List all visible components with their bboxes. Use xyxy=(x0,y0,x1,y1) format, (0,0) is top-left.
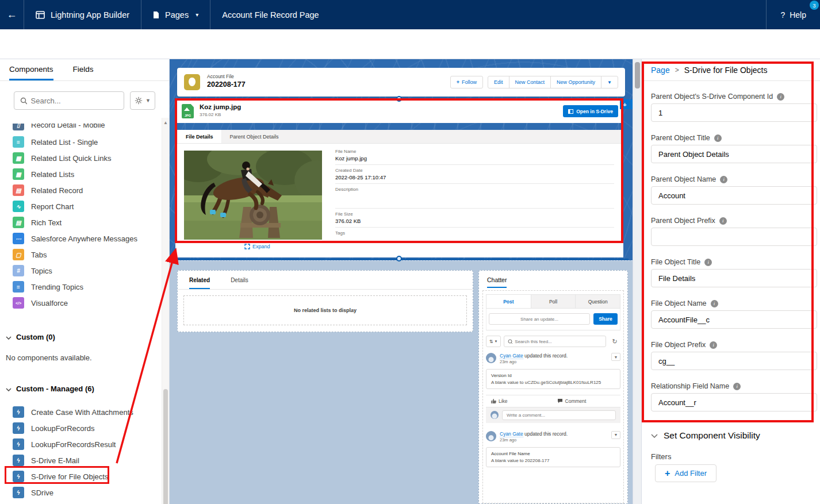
follow-button[interactable]: +Follow xyxy=(450,76,483,89)
drag-handle-dot-top[interactable] xyxy=(396,96,402,102)
info-icon[interactable]: i xyxy=(711,300,718,307)
new-contact-button[interactable]: New Contact xyxy=(509,76,551,89)
tab-chatter[interactable]: Chatter xyxy=(487,276,507,288)
drag-handle-dot-bottom[interactable] xyxy=(396,256,402,261)
pages-menu[interactable]: Pages ▾ xyxy=(141,0,210,29)
component-item[interactable]: ▦ Related List Quick Links xyxy=(0,150,161,166)
new-opportunity-button[interactable]: New Opportunity xyxy=(550,76,601,89)
field-row: File Size 376.02 KB xyxy=(335,211,614,228)
info-icon[interactable]: i xyxy=(704,259,712,266)
component-item[interactable]: ≡ Related List - Single xyxy=(0,134,161,150)
tab-question[interactable]: Question xyxy=(576,295,620,308)
chevron-down-icon: ▼ xyxy=(614,433,618,437)
expand-link[interactable]: Expand xyxy=(244,244,270,249)
tab-post[interactable]: Post xyxy=(486,295,531,308)
field-label: Relationship Field Namei xyxy=(651,382,817,390)
related-tabs-component[interactable]: Related Details No related lists to disp… xyxy=(177,270,473,332)
parent-sdrive-component-id-input[interactable] xyxy=(651,103,817,122)
relationship-field-name-input[interactable] xyxy=(651,393,817,411)
component-item[interactable]: # Topics xyxy=(0,263,161,279)
file-object-name-input[interactable] xyxy=(651,310,817,329)
record-header-card[interactable]: Account File 202208-177 +Follow Edit New… xyxy=(177,68,625,97)
component-item[interactable]: ▤ Rich Text xyxy=(0,214,161,230)
feed-author-link[interactable]: Cyan Gate xyxy=(500,353,523,359)
info-icon[interactable]: i xyxy=(714,134,722,142)
scrollbar-thumb[interactable] xyxy=(163,389,168,504)
tab-parent-object-details[interactable]: Parent Object Details xyxy=(222,130,287,143)
info-icon[interactable]: i xyxy=(733,383,741,390)
app-title: Lightning App Builder xyxy=(51,10,129,20)
edit-button[interactable]: Edit xyxy=(488,76,509,89)
custom-section-header[interactable]: Custom (0) xyxy=(0,333,161,341)
component-item[interactable]: ≡ Trending Topics xyxy=(0,279,161,295)
tab-details[interactable]: Details xyxy=(231,277,248,289)
feed-author-link[interactable]: Cyan Gate xyxy=(500,431,523,437)
feed-refresh-button[interactable]: ↻ xyxy=(609,336,620,347)
scrollbar-thumb[interactable] xyxy=(635,62,640,89)
tab-related[interactable]: Related xyxy=(189,277,210,289)
custom-managed-section-header[interactable]: Custom - Managed (6) xyxy=(0,384,161,393)
sdrive-component-body[interactable]: File Details Parent Object Details xyxy=(175,130,623,257)
app-builder-home[interactable]: Lightning App Builder xyxy=(24,0,141,29)
back-button[interactable]: ← xyxy=(0,0,24,29)
parent-object-prefix-input[interactable] xyxy=(651,228,817,246)
open-in-sdrive-button[interactable]: Open in S-Drive xyxy=(563,105,618,117)
component-item[interactable]: ▯ Record Detail - Mobile xyxy=(0,124,161,133)
avatar xyxy=(491,411,499,419)
info-icon[interactable]: i xyxy=(710,341,717,349)
feed-search-input[interactable] xyxy=(515,339,602,344)
info-icon[interactable]: i xyxy=(777,93,784,101)
tabs-icon: ▢ xyxy=(13,249,24,260)
sdrive-component-header[interactable]: JPG Koz jump.jpg 376.02 KB Open in S-Dri… xyxy=(175,99,623,123)
feed-item-menu-button[interactable]: ▼ xyxy=(611,431,620,439)
feed-timestamp: 23m ago xyxy=(500,437,608,443)
canvas-scrollbar[interactable] xyxy=(633,59,641,504)
feed-search[interactable] xyxy=(504,336,606,347)
component-item[interactable]: ▦ Related Lists xyxy=(0,166,161,182)
component-item-sdrive-file-objects[interactable]: ϟ S-Drive for File Objects xyxy=(0,468,161,484)
file-object-prefix-input[interactable] xyxy=(651,352,817,370)
move-component-handle[interactable]: + xyxy=(620,99,630,109)
component-item[interactable]: ▢ Tabs xyxy=(0,247,161,263)
component-item[interactable]: ϟ SDrive xyxy=(0,484,161,501)
visibility-section-header[interactable]: Set Component Visibility xyxy=(651,430,760,441)
file-object-title-input[interactable] xyxy=(651,269,817,287)
share-button[interactable]: Share xyxy=(593,313,618,325)
component-item[interactable]: ⋯ Salesforce Anywhere Messages xyxy=(0,230,161,247)
tab-components[interactable]: Components xyxy=(9,65,53,80)
share-update-input[interactable] xyxy=(489,313,590,325)
add-filter-button[interactable]: + Add Filter xyxy=(655,464,716,482)
record-object-label: Account File xyxy=(207,74,234,79)
write-comment-input[interactable] xyxy=(502,410,616,420)
tab-fields[interactable]: Fields xyxy=(73,65,94,80)
component-item[interactable]: ϟ Create Case With Attachments xyxy=(0,404,161,420)
component-item[interactable]: ϟ S-Drive E-Mail xyxy=(0,452,161,468)
component-item[interactable]: ∿ Report Chart xyxy=(0,198,161,214)
info-icon[interactable]: i xyxy=(720,176,727,183)
component-item[interactable]: ϟ LookupForRecordsResult xyxy=(0,436,161,452)
component-search[interactable] xyxy=(14,91,124,110)
field-label: Parent Object's S-Drive Component Idi xyxy=(651,93,817,101)
search-input[interactable] xyxy=(31,97,118,105)
comment-button[interactable]: Comment xyxy=(557,398,587,404)
parent-object-name-input[interactable] xyxy=(651,186,817,205)
like-button[interactable]: Like xyxy=(491,398,508,404)
tab-poll[interactable]: Poll xyxy=(531,295,576,308)
lightning-bolt-icon: ϟ xyxy=(13,471,24,482)
chatter-component[interactable]: Chatter Post Poll Question Share ⇅▼ ↻ xyxy=(478,270,628,504)
tab-file-details[interactable]: File Details xyxy=(178,130,222,143)
record-number: 202208-177 xyxy=(207,80,246,89)
component-item[interactable]: ϟ LookupForRecords xyxy=(0,420,161,436)
breadcrumb-page-link[interactable]: Page xyxy=(651,66,670,75)
builder-canvas: Account File 202208-177 +Follow Edit New… xyxy=(170,59,641,504)
feed-sort-button[interactable]: ⇅▼ xyxy=(486,336,501,347)
component-item[interactable]: </> Visualforce xyxy=(0,295,161,311)
info-icon[interactable]: i xyxy=(719,217,727,225)
component-item[interactable]: ▤ Related Record xyxy=(0,182,161,198)
settings-dropdown[interactable]: ▼ xyxy=(130,91,155,110)
chevron-down-icon xyxy=(6,333,12,341)
parent-object-title-input[interactable] xyxy=(651,145,817,163)
more-actions-button[interactable]: ▼ xyxy=(601,76,618,89)
sidebar-scrollbar[interactable]: ▲ xyxy=(162,118,169,504)
feed-item-menu-button[interactable]: ▼ xyxy=(611,353,620,361)
